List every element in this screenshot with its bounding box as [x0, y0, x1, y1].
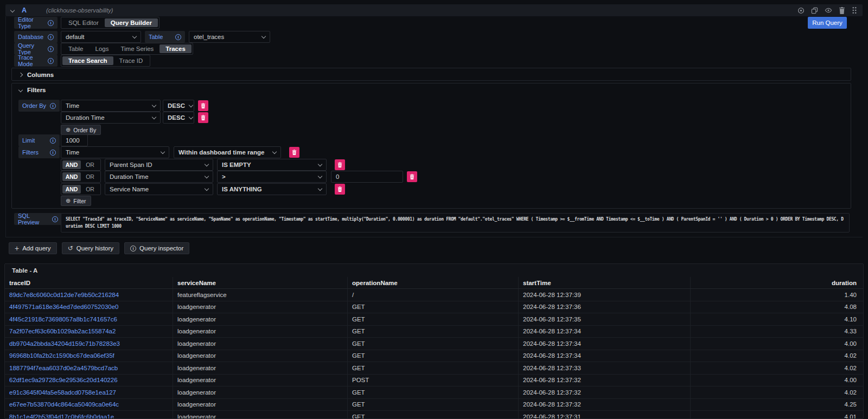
info-icon[interactable]: i	[50, 138, 56, 144]
table-row: e67ee7b53870d4c864ca50409ca0e64c loadgen…	[5, 399, 863, 411]
trace-id-link[interactable]: 7a2f07ecf63c60b1029ab2ac155874a2	[5, 326, 173, 338]
duplicate-icon[interactable]	[811, 7, 818, 14]
panel-title[interactable]: Table - A	[5, 264, 863, 277]
filter-operator-select[interactable]: IS EMPTY	[217, 159, 327, 171]
filter-field-select[interactable]: Service Name	[105, 183, 213, 195]
chevron-down-icon	[318, 174, 322, 178]
info-icon[interactable]: i	[48, 58, 54, 64]
order-by-field-select[interactable]: Duration Time	[61, 112, 161, 124]
filter-operator-select[interactable]: IS ANYTHING	[217, 183, 327, 195]
filter-value-input[interactable]: 0	[331, 171, 403, 183]
column-header-starttime[interactable]: startTime	[519, 277, 691, 288]
trace-id-link[interactable]: 8b1c1e4f2b53f04d17c0b6fc6b0daa1e	[5, 411, 173, 419]
order-by-direction-select[interactable]: DESC	[163, 100, 194, 112]
chevron-down-icon	[205, 162, 209, 166]
info-icon[interactable]: i	[48, 20, 54, 26]
column-header-servicename[interactable]: serviceName	[173, 277, 348, 288]
columns-section-header[interactable]: Columns	[12, 68, 851, 81]
remove-filter-button[interactable]	[407, 171, 417, 182]
query-row-header[interactable]: A (clickhouse-observability)	[5, 4, 863, 16]
and-option[interactable]: AND	[62, 172, 81, 181]
info-icon[interactable]: i	[175, 34, 181, 40]
info-icon[interactable]: i	[50, 150, 56, 156]
record-icon[interactable]	[797, 7, 805, 14]
add-query-button[interactable]: + Add query	[9, 242, 57, 254]
chevron-down-icon	[189, 115, 193, 119]
or-option[interactable]: OR	[81, 160, 99, 169]
chevron-down-icon	[132, 34, 137, 38]
remove-order-by-button[interactable]	[198, 100, 208, 111]
editor-type-option-query-builder[interactable]: Query Builder	[105, 18, 158, 27]
start-time-cell: 2024-06-28 12:37:39	[519, 289, 691, 301]
or-option[interactable]: OR	[81, 185, 99, 194]
trace-id-link[interactable]: 4f497571a618e364ed7ded60752030e0	[5, 301, 173, 313]
query-type-option-table[interactable]: Table	[62, 44, 90, 53]
filter-operator-select[interactable]: Within dashboard time range	[174, 146, 281, 158]
trace-id-link[interactable]: 1887794f7eaa6037d0e2a4579bcd7acb	[5, 362, 173, 374]
run-query-button[interactable]: Run Query	[808, 17, 847, 29]
duration-cell: 4.10	[691, 313, 863, 325]
query-type-label: Query Type i	[14, 43, 58, 55]
trace-id-link[interactable]: 4f45c21918c73698057a8b1c741657c6	[5, 313, 173, 325]
trace-id-link[interactable]: 89dc7e8c6060c0d12de7e9b50c216284	[5, 289, 173, 301]
plus-icon: +	[15, 244, 19, 252]
trace-mode-option-trace-search[interactable]: Trace Search	[62, 56, 113, 65]
query-type-option-traces[interactable]: Traces	[159, 44, 191, 53]
or-option[interactable]: OR	[81, 172, 99, 181]
trash-icon	[292, 150, 297, 155]
remove-filter-button[interactable]	[335, 184, 345, 195]
column-header-duration[interactable]: duration	[691, 277, 863, 288]
remove-filter-button[interactable]	[289, 147, 299, 158]
query-type-option-time-series[interactable]: Time Series	[114, 44, 159, 53]
table-select[interactable]: otel_traces	[189, 31, 270, 43]
operation-name-cell: /	[348, 289, 519, 301]
collapse-chevron-icon[interactable]	[10, 8, 15, 12]
order-by-direction-select[interactable]: DESC	[163, 112, 194, 124]
trace-id-link[interactable]: db9704a2bbda34204d159c71b78283e3	[5, 338, 173, 350]
service-name-cell: loadgenerator	[173, 326, 348, 338]
info-icon[interactable]: i	[48, 46, 54, 52]
filter-field-select[interactable]: Parent Span ID	[105, 159, 213, 171]
operation-name-cell: GET	[348, 386, 519, 398]
query-inspector-button[interactable]: i Query inspector	[124, 242, 189, 254]
eye-icon[interactable]	[825, 7, 832, 14]
column-header-operationname[interactable]: operationName	[348, 277, 519, 288]
trace-id-link[interactable]: 62df1ec9a29728c9e29536c20d140226	[5, 375, 173, 386]
drag-handle-icon[interactable]	[852, 7, 857, 14]
editor-type-option-sql-editor[interactable]: SQL Editor	[62, 18, 105, 27]
query-history-button[interactable]: ↻ Query history	[62, 242, 119, 254]
start-time-cell: 2024-06-28 12:37:33	[519, 362, 691, 374]
trash-icon	[201, 103, 206, 108]
and-option[interactable]: AND	[62, 160, 81, 169]
column-header-traceid[interactable]: traceID	[5, 277, 173, 288]
service-name-cell: loadgenerator	[173, 375, 348, 386]
info-icon[interactable]: i	[52, 216, 58, 222]
trace-id-link[interactable]: e91c3645f04fa5e58adcd0758e1ea127	[5, 386, 173, 398]
and-option[interactable]: AND	[62, 185, 81, 194]
chevron-down-icon	[161, 150, 165, 154]
add-order-by-button[interactable]: ⊕ Order By	[61, 125, 101, 135]
remove-order-by-button[interactable]	[198, 112, 208, 123]
chevron-down-icon	[272, 150, 277, 154]
order-by-field-select[interactable]: Time	[61, 100, 161, 112]
add-filter-button[interactable]: ⊕ Filter	[61, 196, 91, 206]
chevron-down-icon	[152, 103, 156, 107]
sql-preview-label: SQL Preview i	[14, 213, 62, 225]
info-icon[interactable]: i	[50, 103, 56, 109]
trace-id-link[interactable]: e67ee7b53870d4c864ca50409ca0e64c	[5, 399, 173, 411]
database-select[interactable]: default	[61, 31, 141, 43]
trace-id-link[interactable]: 96968b10fa2b2c1590bc67dea06ef35f	[5, 350, 173, 362]
info-icon[interactable]: i	[48, 34, 54, 40]
filters-section-header[interactable]: Filters	[12, 83, 851, 96]
filter-field-select[interactable]: Duration Time	[105, 171, 213, 183]
remove-filter-button[interactable]	[335, 159, 345, 170]
query-row-bottom-border	[5, 237, 863, 237]
operation-name-cell: GET	[348, 338, 519, 350]
query-type-option-logs[interactable]: Logs	[90, 44, 115, 53]
limit-input[interactable]: 1000	[61, 134, 88, 146]
filter-operator-select[interactable]: >	[217, 171, 327, 183]
filter-field-select[interactable]: Time	[61, 146, 169, 158]
trace-mode-option-trace-id[interactable]: Trace ID	[113, 56, 149, 65]
trash-icon[interactable]	[839, 7, 845, 14]
operation-name-cell: GET	[348, 350, 519, 362]
